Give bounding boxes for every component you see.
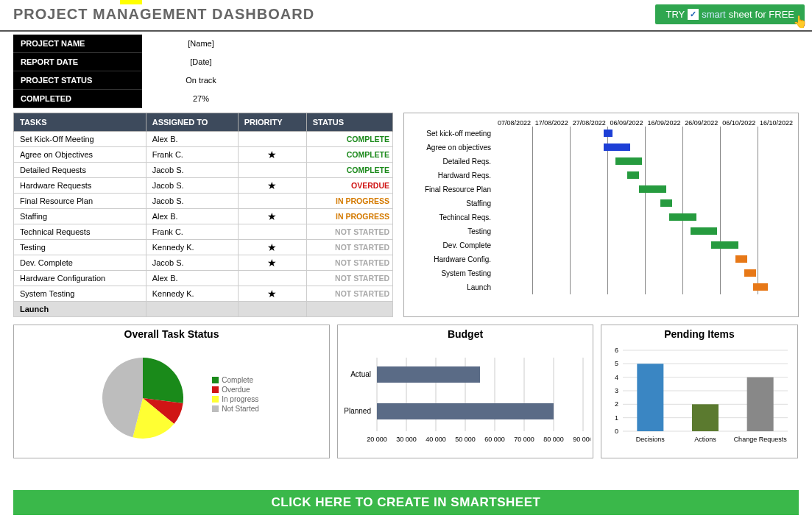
try-smartsheet-button[interactable]: TRY ✓ smartsheet for FREE 👆 [655,4,805,24]
legend-item: Not Started [212,405,259,413]
axis-tick: 3 [615,387,618,394]
legend-label: In progress [222,395,258,403]
pie-legend: CompleteOverdueIn progressNot Started [212,375,259,414]
pie-slice [143,358,183,403]
gantt-bar [627,171,639,179]
priority-cell [238,224,306,240]
gantt-bar [744,269,756,277]
gantt-chart: 07/08/202217/08/202227/08/202206/09/2022… [403,113,799,317]
status-cell: COMPLETE [306,163,392,178]
gantt-bar [691,227,718,235]
axis-tick: 2 [615,400,618,408]
chart-title: Budget [448,328,483,340]
task-cell: Detailed Requests [14,163,146,178]
assignee-cell: Frank C. [146,224,238,240]
gantt-date: 26/09/2022 [682,119,720,127]
legend-swatch [212,377,219,383]
assignee-cell: Alex B. [146,271,238,286]
legend-item: Overdue [212,386,259,394]
status-cell: COMPLETE [306,147,392,163]
task-cell: Launch [14,302,146,317]
task-cell: Final Resource Plan [14,194,146,209]
status-cell: IN PROGRESS [306,194,392,209]
gantt-row-label: System Testing [407,266,495,280]
table-row: Testing Kennedy K. ★ NOT STARTED [14,240,393,255]
gantt-row [495,127,795,141]
axis-tick: 50 000 [455,436,476,443]
gantt-row [495,141,795,155]
axis-tick: 6 [615,347,618,354]
priority-cell: ★ [238,286,306,302]
table-row: System Testing Kennedy K. ★ NOT STARTED [14,286,393,302]
table-row: Staffing Alex B. ★ IN PROGRESS [14,209,393,224]
try-prefix: TRY [666,9,685,20]
info-label: PROJECT NAME [13,35,142,53]
priority-cell [238,271,306,286]
status-cell: OVERDUE [306,178,392,194]
assignee-cell: Jacob S. [146,194,238,209]
task-cell: Staffing [14,209,146,224]
assignee-cell: Jacob S. [146,178,238,194]
brand-word-1: smart [702,9,726,20]
task-cell: Hardware Requests [14,178,146,194]
table-row: Hardware Requests Jacob S. ★ OVERDUE [14,178,393,194]
task-cell: Testing [14,240,146,255]
info-label: REPORT DATE [13,53,142,71]
gantt-row [495,155,795,169]
bar-label: Planned [344,407,371,415]
status-cell: NOT STARTED [306,286,392,302]
axis-tick: 0 [615,428,618,435]
pending-bar [637,364,663,431]
gantt-row-label: Techincal Reqs. [407,210,495,224]
table-row: Set Kick-Off Meeting Alex B. COMPLETE [14,132,393,147]
info-value: On track [142,71,260,90]
legend-item: In progress [212,395,259,403]
launch-row: Launch [14,302,393,317]
header: PROJECT MANAGEMENT DASHBOARD TRY ✓ smart… [0,0,812,32]
gantt-row-label: Staffing [407,196,495,210]
brand-word-2: sheet [729,9,752,20]
page-title: PROJECT MANAGEMENT DASHBOARD [13,6,314,23]
task-cell: Technical Requests [14,224,146,240]
gantt-bar [669,213,696,221]
info-label: COMPLETED [13,90,142,108]
axis-tick: 80 000 [543,436,564,443]
assignee-cell: Alex B. [146,209,238,224]
budget-svg: 20 00030 00040 00050 00060 00070 00080 0… [340,343,590,453]
gantt-row [495,252,795,266]
assignee-cell: Jacob S. [146,163,238,178]
status-cell: NOT STARTED [306,224,392,240]
info-value: [Name] [142,35,260,53]
priority-cell: ★ [238,255,306,271]
gantt-row-label: Testing [407,224,495,238]
gantt-bar [604,130,612,137]
table-row: Agree on Objectives Frank C. ★ COMPLETE [14,147,393,163]
task-cell: Dev. Complete [14,255,146,271]
cta-banner[interactable]: CLICK HERE TO CREATE IN SMARTSHEET [13,490,799,515]
axis-tick: 40 000 [426,436,446,443]
gantt-row-label: Detailed Reqs. [407,155,495,169]
col-header: TASKS [14,113,146,132]
axis-tick: 70 000 [514,436,534,443]
col-header: PRIORITY [238,113,306,132]
assignee-cell: Kennedy K. [146,286,238,302]
task-cell: Hardware Configuration [14,271,146,286]
axis-tick: 60 000 [484,436,505,443]
gantt-date: 06/10/2022 [720,119,758,127]
priority-cell: ★ [238,209,306,224]
gantt-date: 27/08/2022 [571,119,608,127]
gantt-row [495,169,795,182]
bar-label: Decisions [636,436,666,443]
priority-cell: ★ [238,178,306,194]
tasks-table: TASKSASSIGNED TOPRIORITYSTATUS Set Kick-… [13,113,393,317]
gantt-bar [615,157,643,165]
gantt-row [495,266,795,280]
gantt-row-label: Hardward Reqs. [407,169,495,182]
assignee-cell: Alex B. [146,132,238,147]
task-cell: Set Kick-Off Meeting [14,132,146,147]
gantt-row-label: Launch [407,280,495,294]
gantt-row-label: Final Resource Plan [407,182,495,196]
gantt-row [495,280,795,294]
col-header: ASSIGNED TO [146,113,238,132]
gantt-row [495,238,795,252]
